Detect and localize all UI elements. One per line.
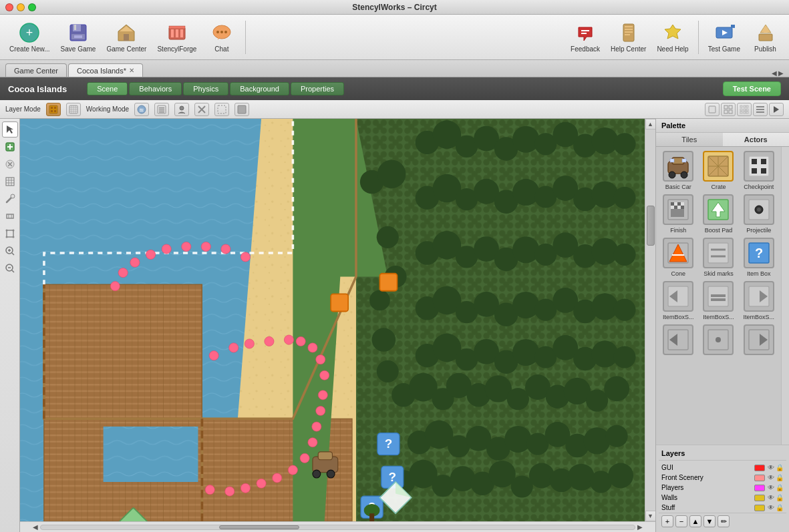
layer-lock-front-scenery[interactable]: 🔒 xyxy=(776,474,784,481)
toolbar-test-game[interactable]: Test Game xyxy=(704,19,744,55)
layer-visibility-players[interactable]: 👁 xyxy=(768,484,774,491)
layer-visibility-walls[interactable]: 👁 xyxy=(768,494,774,501)
minimize-button[interactable] xyxy=(17,3,25,11)
palette-item-crate[interactable]: Crate xyxy=(700,151,736,190)
v-scroll-thumb[interactable] xyxy=(647,206,655,246)
palette-item-itembox-s4[interactable] xyxy=(660,324,696,357)
layer-item-walls[interactable]: Walls 👁 🔒 xyxy=(659,493,786,503)
toolbar-publish[interactable]: Publish xyxy=(747,19,784,55)
view-btn-1[interactable] xyxy=(705,103,720,116)
layer-item-players[interactable]: Players 👁 🔒 xyxy=(659,483,786,493)
palette-item-itembox-s2[interactable]: ItemBoxS... xyxy=(700,281,736,320)
tab-next-icon[interactable]: ▶ xyxy=(778,69,784,77)
h-scroll-right[interactable]: ▶ xyxy=(635,523,645,532)
scene-tab-properties[interactable]: Properties xyxy=(291,82,344,95)
layer-mode-btn-2[interactable] xyxy=(66,103,81,116)
layer-visibility-gui[interactable]: 👁 xyxy=(768,464,774,471)
layer-lock-stuff[interactable]: 🔒 xyxy=(776,504,784,511)
layer-item-stuff[interactable]: Stuff 👁 🔒 xyxy=(659,503,786,513)
toolbar-save-game[interactable]: Save Game xyxy=(57,19,100,55)
tool-zoom-out[interactable] xyxy=(2,260,18,276)
palette-scrollbar[interactable] xyxy=(781,147,789,445)
palette-item-skid-marks[interactable]: Skid marks xyxy=(700,238,736,277)
v-scroll-down[interactable]: ▼ xyxy=(645,511,656,521)
h-scroll-left[interactable]: ◀ xyxy=(31,523,40,532)
tab-cocoa-islands[interactable]: Cocoa Islands* ✕ xyxy=(68,63,143,77)
tools-panel xyxy=(0,119,20,532)
layer-remove-btn[interactable]: − xyxy=(675,515,687,527)
tool-wrench[interactable] xyxy=(2,191,18,207)
layer-edit-btn[interactable]: ✏ xyxy=(718,515,730,527)
layer-add-btn[interactable]: + xyxy=(661,515,673,527)
toolbar-create-new[interactable]: + Create New... xyxy=(5,19,54,55)
palette-item-finish[interactable]: Finish xyxy=(660,194,696,234)
toolbar-game-center[interactable]: Game Center xyxy=(102,19,150,55)
wm-btn-eraser[interactable] xyxy=(194,103,209,116)
layer-mode-btn-1[interactable] xyxy=(46,103,61,116)
canvas-inner[interactable]: ? ? ? xyxy=(20,119,645,521)
close-button[interactable] xyxy=(5,3,13,11)
palette-item-boost-pad[interactable]: Boost Pad xyxy=(700,194,736,234)
layer-up-btn[interactable]: ▲ xyxy=(689,515,701,527)
tool-zoom-in[interactable] xyxy=(2,243,18,259)
h-scroll-track[interactable] xyxy=(40,525,635,530)
layer-visibility-front-scenery[interactable]: 👁 xyxy=(768,474,774,481)
v-scroll-up[interactable]: ▲ xyxy=(645,119,656,129)
palette-item-itembox-s1[interactable]: ItemBoxS... xyxy=(660,281,696,320)
palette-item-cone[interactable]: Cone xyxy=(660,238,696,277)
view-btn-3[interactable] xyxy=(737,103,752,116)
scene-tab-background[interactable]: Background xyxy=(230,82,289,95)
wm-btn-pencil[interactable]: ≋ xyxy=(134,103,149,116)
palette-tab-actors[interactable]: Actors xyxy=(723,133,790,146)
v-scroll-track[interactable] xyxy=(645,129,655,511)
tool-resize[interactable] xyxy=(2,208,18,224)
palette-item-basic-car[interactable]: Basic Car xyxy=(660,151,696,190)
view-btn-2[interactable] xyxy=(721,103,736,116)
tab-close-icon[interactable]: ✕ xyxy=(129,67,134,74)
palette-item-item-box[interactable]: ? Item Box xyxy=(741,238,777,277)
tab-prev-icon[interactable]: ◀ xyxy=(772,69,777,77)
tool-select[interactable] xyxy=(2,121,18,138)
vertical-scrollbar[interactable]: ▲ ▼ xyxy=(645,119,655,521)
wm-btn-fill[interactable] xyxy=(234,103,249,116)
tool-pen[interactable] xyxy=(2,139,18,155)
tool-grid[interactable] xyxy=(2,174,18,190)
layer-item-gui[interactable]: GUI 👁 🔒 xyxy=(659,463,786,473)
layer-lock-gui[interactable]: 🔒 xyxy=(776,464,784,471)
palette-tab-tiles[interactable]: Tiles xyxy=(656,133,723,146)
view-btn-4[interactable] xyxy=(753,103,768,116)
palette-name-cone: Cone xyxy=(671,270,685,277)
wm-btn-grid[interactable] xyxy=(154,103,169,116)
palette-item-projectile[interactable]: Projectile xyxy=(741,194,777,234)
toolbar-need-help[interactable]: Need Help xyxy=(653,19,692,55)
toolbar-help-center[interactable]: Help Center xyxy=(607,19,650,55)
scene-tab-behaviors[interactable]: Behaviors xyxy=(129,82,182,95)
svg-point-171 xyxy=(604,376,629,401)
wm-btn-select[interactable] xyxy=(214,103,229,116)
wm-btn-person[interactable] xyxy=(174,103,189,116)
palette-item-itembox-s5[interactable] xyxy=(700,324,736,357)
toolbar-chat[interactable]: Chat xyxy=(203,19,240,55)
palette-item-itembox-s3[interactable]: ItemBoxS... xyxy=(741,281,777,320)
maximize-button[interactable] xyxy=(28,3,36,11)
test-scene-button[interactable]: Test Scene xyxy=(723,81,781,96)
tab-game-center[interactable]: Game Center xyxy=(5,63,67,77)
horizontal-scrollbar[interactable]: ◀ ▶ xyxy=(20,521,655,532)
palette-item-checkpoint[interactable]: Checkpoint xyxy=(741,151,777,190)
play-btn[interactable] xyxy=(769,103,784,116)
layer-item-front-scenery[interactable]: Front Scenery 👁 🔒 xyxy=(659,473,786,483)
toolbar-feedback[interactable]: Feedback xyxy=(567,19,604,55)
toolbar-stencylforge[interactable]: StencylForge xyxy=(153,19,200,55)
palette-item-itembox-s6[interactable] xyxy=(741,324,777,357)
svg-line-103 xyxy=(12,270,14,272)
layer-lock-players[interactable]: 🔒 xyxy=(776,484,784,491)
scene-tab-physics[interactable]: Physics xyxy=(183,82,228,95)
tool-eraser[interactable] xyxy=(2,156,18,172)
layer-lock-walls[interactable]: 🔒 xyxy=(776,494,784,501)
tool-polygon[interactable] xyxy=(2,226,18,242)
scene-tab-scene[interactable]: Scene xyxy=(87,82,128,95)
layer-visibility-stuff[interactable]: 👁 xyxy=(768,504,774,511)
canvas-controls xyxy=(705,103,784,116)
layer-down-btn[interactable]: ▼ xyxy=(703,515,716,527)
h-scroll-thumb[interactable] xyxy=(219,525,299,529)
